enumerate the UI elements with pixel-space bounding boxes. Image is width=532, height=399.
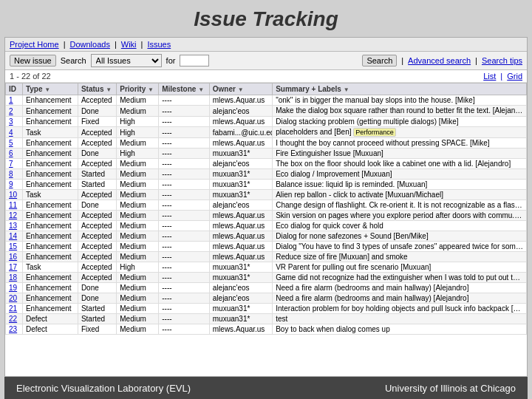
footer: Electronic Visualization Laboratory (EVL…	[4, 377, 528, 399]
issue-type: Enhancement	[22, 211, 78, 221]
issue-priority: Medium	[117, 138, 159, 149]
search-button[interactable]: Search	[362, 55, 397, 66]
issue-priority: Medium	[117, 242, 159, 252]
issue-id-link[interactable]: 21	[9, 304, 17, 313]
table-row: 15EnhancementAcceptedMedium----mlews.Aqu…	[6, 242, 527, 252]
issue-id-link[interactable]: 10	[9, 191, 17, 199]
issue-owner: mlews.Aquar.us	[209, 242, 272, 252]
col-priority[interactable]: Priority ▼	[117, 83, 159, 95]
col-type[interactable]: Type ▼	[22, 83, 78, 95]
table-row: 19EnhancementDoneMedium----alejanc'eosNe…	[6, 283, 527, 293]
issue-type: Enhancement	[22, 242, 78, 252]
nav-project-home[interactable]: Project Home	[10, 40, 59, 49]
table-row: 8EnhancementStartedMedium----muxuan31*Ec…	[6, 169, 527, 180]
issue-id-link[interactable]: 14	[9, 232, 17, 240]
issue-milestone: ----	[159, 324, 210, 335]
table-row: 4TaskAcceptedHigh----fabami...@uic.u.edu…	[6, 127, 527, 138]
issue-summary-text: Change design of flashlight. Ck re-orien…	[276, 201, 526, 209]
issue-owner: alejanc'eos	[209, 200, 272, 211]
issue-milestone: ----	[159, 283, 210, 293]
col-id[interactable]: ID	[6, 83, 23, 95]
issue-type: Enhancement	[22, 273, 78, 283]
nav-issues[interactable]: Issues	[147, 40, 171, 49]
issue-summary-text: Dialog stacking problem (getting multipl…	[276, 117, 458, 126]
search-label: Search	[61, 56, 86, 65]
table-row: 18EnhancementAcceptedMedium----muxuan31*…	[6, 273, 527, 283]
issue-type: Enhancement	[22, 252, 78, 262]
issue-milestone: ----	[159, 293, 210, 304]
issue-type: Enhancement	[22, 304, 78, 314]
issue-milestone: ----	[159, 242, 210, 252]
issue-id-link[interactable]: 16	[9, 253, 17, 261]
footer-right: University of Illinois at Chicago	[385, 383, 516, 394]
issue-summary: Eco dialog for quick cover & hold	[273, 221, 527, 231]
table-row: 23DefectFixedMedium----mlews.Aquar.usBoy…	[6, 324, 527, 335]
nav-downloads[interactable]: Downloads	[70, 40, 110, 49]
table-row: 12EnhancementAcceptedMedium----mlews.Aqu…	[6, 211, 527, 221]
issue-type: Defect	[22, 324, 78, 335]
issue-id-link[interactable]: 11	[9, 201, 17, 209]
issue-summary-text: test	[276, 315, 287, 323]
issue-id-link[interactable]: 4	[9, 129, 13, 137]
issue-id-link[interactable]: 5	[9, 139, 13, 147]
table-row: 9EnhancementStartedMedium----muxuan31*Ba…	[6, 180, 527, 190]
issue-summary-text: Interaction problem for boy holding obje…	[276, 304, 526, 313]
issue-owner: mlews.Aquar.us	[209, 221, 272, 231]
issue-id-link[interactable]: 8	[9, 170, 13, 178]
search-input[interactable]	[180, 55, 209, 66]
issue-type: Enhancement	[22, 221, 78, 231]
issue-id-link[interactable]: 19	[9, 284, 17, 292]
view-list-link[interactable]: List	[483, 72, 496, 81]
issue-id-link[interactable]: 2	[9, 107, 13, 115]
issue-id-link[interactable]: 22	[9, 315, 17, 323]
issue-id-link[interactable]: 15	[9, 242, 17, 250]
issue-summary: I thought the boy cannot proceed without…	[273, 138, 527, 149]
results-bar: 1 - 22 of 22 List | Grid	[5, 70, 527, 83]
issue-owner: muxuan31*	[209, 314, 272, 324]
issue-owner: mlews.Aquar.us	[209, 252, 272, 262]
col-summary[interactable]: Summary + Labels ▼	[273, 83, 527, 95]
table-row: 20EnhancementDoneMedium----alejanc'eosNe…	[6, 293, 527, 304]
search-tips-link[interactable]: Search tips	[482, 56, 522, 65]
issue-status: Started	[78, 169, 116, 180]
issue-summary: Interaction problem for boy holding obje…	[273, 304, 527, 314]
issue-id-link[interactable]: 1	[9, 96, 13, 104]
table-row: 5EnhancementAcceptedMedium----mlews.Aqua…	[6, 138, 527, 149]
issue-id-link[interactable]: 20	[9, 294, 17, 302]
issue-id-link[interactable]: 13	[9, 222, 17, 230]
issue-status: Accepted	[78, 138, 116, 149]
search-filter-select[interactable]: All Issues Open Issues Closed Issues	[91, 54, 162, 67]
issue-id-link[interactable]: 3	[9, 117, 13, 126]
issue-priority: Medium	[117, 169, 159, 180]
issue-type: Enhancement	[22, 231, 78, 242]
issue-id-link[interactable]: 18	[9, 273, 17, 282]
issue-owner: mlews.Aquar.us	[209, 117, 272, 127]
new-issue-button[interactable]: New issue	[10, 55, 56, 66]
issue-milestone: ----	[159, 117, 210, 127]
issue-milestone: ----	[159, 314, 210, 324]
issue-id-link[interactable]: 12	[9, 211, 17, 219]
issue-id-link[interactable]: 23	[9, 325, 17, 333]
issue-status: Accepted	[78, 127, 116, 138]
issue-priority: Medium	[117, 190, 159, 200]
issue-id-link[interactable]: 6	[9, 149, 13, 157]
advanced-search-link[interactable]: Advanced search	[408, 56, 471, 65]
col-status[interactable]: Status ▼	[78, 83, 116, 95]
issue-id-link[interactable]: 17	[9, 263, 17, 271]
issue-milestone: ----	[159, 95, 210, 106]
issue-owner: fabami...@uic.u.edu	[209, 127, 272, 138]
col-owner[interactable]: Owner ▼	[209, 83, 272, 95]
col-milestone[interactable]: Milestone ▼	[159, 83, 210, 95]
issue-status: Fixed	[78, 324, 116, 335]
issue-id-link[interactable]: 7	[9, 160, 13, 168]
view-grid-link[interactable]: Grid	[507, 72, 522, 81]
issue-owner: alejanc'eos	[209, 159, 272, 169]
footer-left: Electronic Visualization Laboratory (EVL…	[16, 383, 191, 394]
issue-summary: Need a fire alarm (bedrooms and main hal…	[273, 293, 527, 304]
issue-owner: muxuan31*	[209, 169, 272, 180]
issue-owner: mlews.Aquar.us	[209, 324, 272, 335]
issue-id-link[interactable]: 9	[9, 180, 13, 188]
table-row: 2EnhancementDoneMedium----alejanc'eosMak…	[6, 106, 527, 117]
issue-milestone: ----	[159, 262, 210, 273]
nav-wiki[interactable]: Wiki	[121, 40, 137, 49]
